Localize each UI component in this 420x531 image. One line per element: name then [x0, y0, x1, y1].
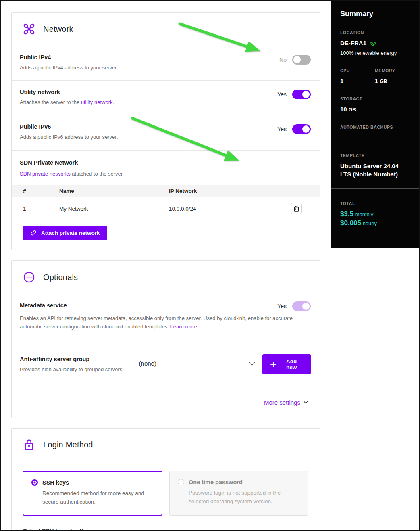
sdn-row-ip: 10.0.0.0/24 [169, 197, 291, 220]
sdn-desc: SDN private networks attached to the ser… [20, 171, 308, 177]
ssh-keys-radio[interactable] [31, 479, 38, 486]
total-monthly-value: $3.5 [340, 210, 353, 218]
sdn-col-name: Name [59, 185, 169, 197]
summary-cpu-memory: CPU 1 MEMORY 1 GB [340, 68, 410, 84]
link-icon [30, 229, 37, 236]
optionals-section: Optionals Metadata service Yes Enables a… [11, 260, 320, 418]
attach-private-network-button[interactable]: Attach private network [23, 226, 107, 240]
summary-total: TOTAL $3.5 monthly $0.005 hourly [340, 189, 410, 227]
utility-network-link[interactable]: utility network [81, 99, 113, 105]
metadata-desc-text: Enables an API for retrieving server met… [20, 315, 293, 330]
total-monthly-unit: monthly [355, 211, 374, 217]
trash-icon [293, 205, 299, 212]
utility-desc-suffix: . [113, 99, 114, 105]
optionals-header: Optionals [12, 261, 320, 294]
sdn-title: SDN Private Network [20, 159, 308, 166]
memory-label: MEMORY [375, 68, 410, 73]
add-anti-affinity-label: Add new [280, 358, 303, 370]
main-content: Network Public IPv4 Adds a public IPv4 a… [11, 12, 320, 531]
sdn-desc-suffix: attached to the server. [71, 171, 124, 177]
public-ipv6-toggle[interactable] [292, 124, 311, 134]
sdn-row-index: 1 [12, 197, 59, 220]
summary-location: LOCATION DE-FRA1 100% renewable energy [340, 30, 410, 56]
one-time-password-option[interactable]: One time password Password login is not … [169, 471, 308, 516]
memory-value: 1 [375, 77, 378, 84]
select-ssh-keys-label: Select SSH keys for this server: [12, 517, 320, 531]
storage-unit: GB [349, 107, 356, 113]
plus-icon [270, 362, 276, 367]
public-ipv4-toggle[interactable] [292, 55, 311, 65]
attach-private-network-label: Attach private network [41, 230, 100, 236]
utility-network-row: Utility network Attaches the server to t… [12, 81, 320, 115]
sdn-table-row: 1 My Network 10.0.0.0/24 [12, 197, 320, 220]
public-ipv4-toggle-label: No [279, 56, 287, 63]
summary-panel: Summary LOCATION DE-FRA1 100% renewable … [331, 1, 419, 248]
optionals-title: Optionals [43, 273, 78, 282]
summary-storage: STORAGE 10 GB [340, 96, 410, 113]
metadata-service-toggle[interactable] [292, 301, 311, 311]
utility-desc-prefix: Attaches the server to the [20, 99, 81, 105]
memory-unit: GB [380, 79, 387, 84]
summary-template: TEMPLATE Ubuntu Server 24.04 LTS (Noble … [340, 153, 410, 179]
anti-affinity-label: Anti-affinity server group [20, 356, 138, 362]
cpu-label: CPU [340, 68, 375, 73]
learn-more-link[interactable]: Learn more [170, 324, 197, 330]
metadata-toggle-label: Yes [277, 303, 287, 309]
public-ipv6-label: Public IPv6 [20, 123, 118, 130]
summary-backups: AUTOMATED BACKUPS - [340, 125, 410, 141]
total-hourly-value: $0.005 [340, 219, 361, 227]
backups-label: AUTOMATED BACKUPS [340, 125, 410, 130]
sdn-row-name: My Network [59, 197, 169, 220]
utility-network-label: Utility network [20, 89, 114, 95]
network-header: Network [12, 13, 320, 46]
network-title: Network [43, 25, 73, 34]
template-value: Ubuntu Server 24.04 LTS (Noble Numbat) [340, 162, 410, 179]
one-time-password-radio[interactable] [178, 479, 184, 485]
public-ipv4-desc: Adds a public IPv4 address to your serve… [20, 65, 118, 71]
optionals-icon [23, 271, 35, 283]
more-settings-link[interactable]: More settings [264, 399, 308, 406]
total-label: TOTAL [340, 201, 410, 206]
anti-affinity-select[interactable]: (none) [138, 358, 257, 370]
network-icon [23, 23, 35, 35]
login-method-header: Login Method [12, 429, 320, 462]
ssh-keys-option[interactable]: SSH keys Recommended method for more eas… [23, 471, 162, 516]
login-method-section: Login Method SSH keys Recommended method… [11, 428, 320, 531]
public-ipv6-row: Public IPv6 Adds a public IPv6 address t… [12, 115, 320, 150]
leaf-icon [370, 40, 377, 46]
login-options: SSH keys Recommended method for more eas… [12, 462, 320, 518]
chevron-down-icon [249, 361, 255, 367]
public-ipv4-row: Public IPv4 Adds a public IPv4 address t… [12, 46, 320, 81]
unlocked-padlock-icon [23, 439, 35, 451]
ssh-keys-label: SSH keys [42, 479, 69, 486]
cpu-value: 1 [340, 77, 375, 84]
metadata-desc-suffix: . [197, 324, 199, 330]
metadata-service-desc: Enables an API for retrieving server met… [20, 314, 312, 331]
metadata-service-row: Metadata service Yes Enables an API for … [12, 294, 320, 342]
sdn-private-networks-link[interactable]: SDN private networks [20, 171, 71, 177]
one-time-password-label: One time password [189, 479, 243, 485]
delete-network-button[interactable] [291, 203, 302, 214]
sdn-col-ip: IP Network [169, 185, 291, 197]
add-anti-affinity-button[interactable]: Add new [262, 354, 311, 374]
public-ipv6-toggle-label: Yes [277, 126, 287, 132]
login-method-title: Login Method [43, 440, 93, 449]
chevron-down-icon [303, 401, 308, 404]
location-value: DE-FRA1 [340, 40, 366, 46]
total-hourly-unit: hourly [363, 220, 377, 226]
more-settings-label: More settings [264, 399, 300, 406]
one-time-password-desc: Password login is not supported in the s… [189, 489, 295, 506]
sdn-table-header-row: # Name IP Network [12, 185, 320, 197]
location-label: LOCATION [340, 30, 410, 35]
utility-network-toggle[interactable] [292, 90, 311, 99]
network-section: Network Public IPv4 Adds a public IPv4 a… [11, 12, 320, 250]
sdn-col-index: # [12, 185, 59, 197]
metadata-service-label: Metadata service [20, 302, 67, 309]
sdn-network-table: # Name IP Network 1 My Network 10.0.0.0/… [12, 185, 320, 220]
ssh-keys-desc: Recommended method for more easy and sec… [42, 489, 149, 506]
renewable-energy-note: 100% renewable energy [340, 50, 410, 56]
utility-network-toggle-label: Yes [277, 91, 287, 98]
public-ipv4-label: Public IPv4 [20, 54, 118, 61]
page: Network Public IPv4 Adds a public IPv4 a… [0, 0, 420, 531]
anti-affinity-select-value: (none) [139, 360, 156, 367]
